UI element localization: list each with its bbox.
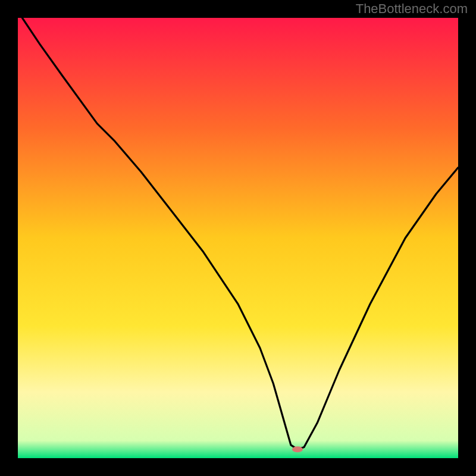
watermark-text: TheBottleneck.com: [356, 1, 468, 17]
bottleneck-chart-svg: [18, 18, 458, 458]
chart-area: [18, 18, 458, 458]
gradient-background: [18, 18, 458, 458]
optimal-point-marker: [292, 446, 303, 452]
